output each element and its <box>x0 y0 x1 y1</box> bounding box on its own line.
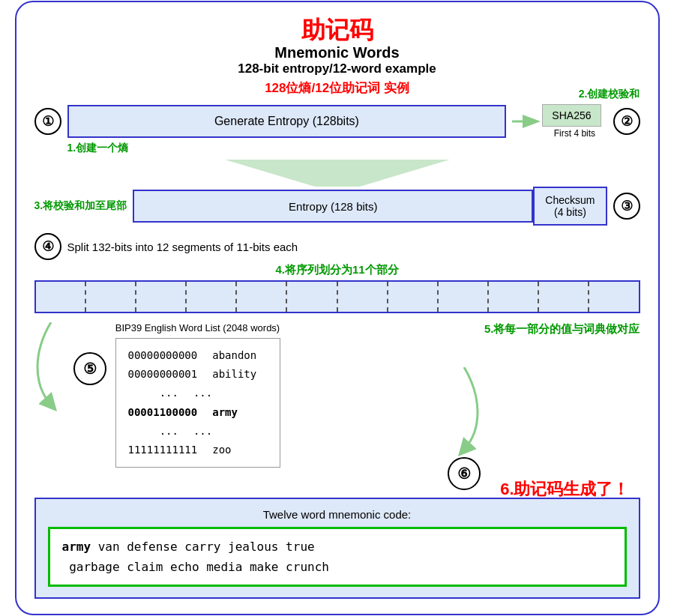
circle-6: ⑥ <box>448 457 481 490</box>
funnel-arrow-icon <box>225 160 450 187</box>
seg10 <box>489 282 539 312</box>
seg2 <box>86 282 136 312</box>
bits-bar <box>34 280 640 313</box>
step3-label-zh: 3.将校验和加至尾部 <box>34 199 127 213</box>
sha-area: SHA256 First 4 bits <box>542 104 607 139</box>
seg4 <box>187 282 237 312</box>
step3-row-wrapper: 3.将校验和加至尾部 Entropy (128 bits) Checksum (… <box>34 187 640 226</box>
dict-row-4: 00001100000 army <box>128 403 268 422</box>
dict-right-5: ... <box>193 422 212 441</box>
dict-row-5: ... ... <box>128 422 268 441</box>
seg5 <box>237 282 287 312</box>
step1-2-wrapper: 2.创建校验和 ① Generate Entropy (128bits) SHA… <box>34 104 640 139</box>
seg6 <box>287 282 337 312</box>
dict-title: BIP39 English Word List (2048 words) <box>115 322 280 333</box>
circle-1: ① <box>34 108 61 135</box>
entropy-generate-box: Generate Entropy (128bits) <box>67 105 507 138</box>
step4-section: ④ Split 132-bits into 12 segments of 11-… <box>34 233 640 313</box>
svg-marker-1 <box>225 160 450 187</box>
subtitle-zh: 128位熵/12位助记词 实例 <box>34 79 640 97</box>
checksum-text: Checksum (4 bits) <box>545 194 595 218</box>
curved-arrow-icon <box>34 322 67 412</box>
mnemonic-bold-word: army <box>62 540 91 554</box>
dict-right-6: zoo <box>212 441 231 459</box>
step3-row: 3.将校验和加至尾部 Entropy (128 bits) Checksum (… <box>34 187 640 226</box>
step5-area: ⑤ BIP39 English Word List (2048 words) 0… <box>34 322 640 490</box>
step4-label-zh: 4.将序列划分为11个部分 <box>34 263 640 277</box>
seg1 <box>36 282 86 312</box>
mnemonic-rest: van defense carry jealous true garbage c… <box>62 540 329 574</box>
right-arrow-area <box>288 367 640 457</box>
seg7 <box>338 282 388 312</box>
dict-row-2: 00000000001 ability <box>128 365 268 384</box>
dict-right-4: army <box>212 403 238 422</box>
step4-text: Split 132-bits into 12 segments of 11-bi… <box>67 241 298 253</box>
title-en: Mnemonic Words <box>34 44 640 61</box>
dict-row-3: ... ... <box>128 384 268 402</box>
bits-bar-inner <box>36 282 639 312</box>
step5-right: 5.将每一部分的值与词典做对应 ⑥ <box>288 322 640 490</box>
dict-right-3: ... <box>193 384 212 402</box>
circle-3: ③ <box>613 193 640 220</box>
first4bits-label: First 4 bits <box>554 128 595 139</box>
right-curved-arrow-icon <box>448 367 481 457</box>
seg11 <box>539 282 589 312</box>
step6-title: Twelve word mnemonic code: <box>48 508 627 521</box>
entropy128-box: Entropy (128 bits) <box>133 190 533 223</box>
dict-left-5: ... <box>128 422 178 441</box>
dict-area: BIP39 English Word List (2048 words) 000… <box>115 322 280 468</box>
subtitle-en: 128-bit entropy/12-word example <box>34 61 640 76</box>
dict-right-1: abandon <box>212 346 256 365</box>
step4-row: ④ Split 132-bits into 12 segments of 11-… <box>34 233 640 260</box>
dict-container: 00000000000 abandon 00000000001 ability … <box>115 338 280 468</box>
circle-4: ④ <box>34 233 61 260</box>
arrow-right-icon <box>512 110 542 133</box>
mnemonic-box: army van defense carry jealous true garb… <box>48 527 627 587</box>
step1-label-zh: 1.创建一个熵 <box>67 142 129 155</box>
step2-label: 2.创建校验和 <box>579 88 640 101</box>
seg9 <box>439 282 489 312</box>
dict-left-3: ... <box>128 384 178 402</box>
seg8 <box>388 282 439 312</box>
circle-2: ② <box>613 108 640 135</box>
dict-left-6: 11111111111 <box>128 441 198 459</box>
step6-label-zh: 6.助记码生成了！ <box>500 478 629 501</box>
step1-row: ① Generate Entropy (128bits) SHA256 Firs… <box>34 104 640 139</box>
dict-left-1: 00000000000 <box>128 346 198 365</box>
funnel-arrow-area <box>34 160 640 187</box>
dict-right-2: ability <box>212 365 256 384</box>
seg3 <box>136 282 187 312</box>
circle-5: ⑤ <box>73 352 106 385</box>
title-zh: 助记码 <box>34 16 640 44</box>
main-container: 助记码 Mnemonic Words 128-bit entropy/12-wo… <box>15 1 660 616</box>
step5-label-zh: 5.将每一部分的值与词典做对应 <box>484 322 640 336</box>
left-green-arrows <box>34 322 67 412</box>
sha256-box: SHA256 <box>542 104 601 127</box>
step6-outer: 6.助记码生成了！ Twelve word mnemonic code: arm… <box>34 498 640 599</box>
seg12 <box>589 282 638 312</box>
checksum-box: Checksum (4 bits) <box>533 187 607 226</box>
dict-row-1: 00000000000 abandon <box>128 346 268 365</box>
dict-row-6: 11111111111 zoo <box>128 441 268 459</box>
dict-left-2: 00000000001 <box>128 365 198 384</box>
dict-left-4: 00001100000 <box>128 403 198 422</box>
